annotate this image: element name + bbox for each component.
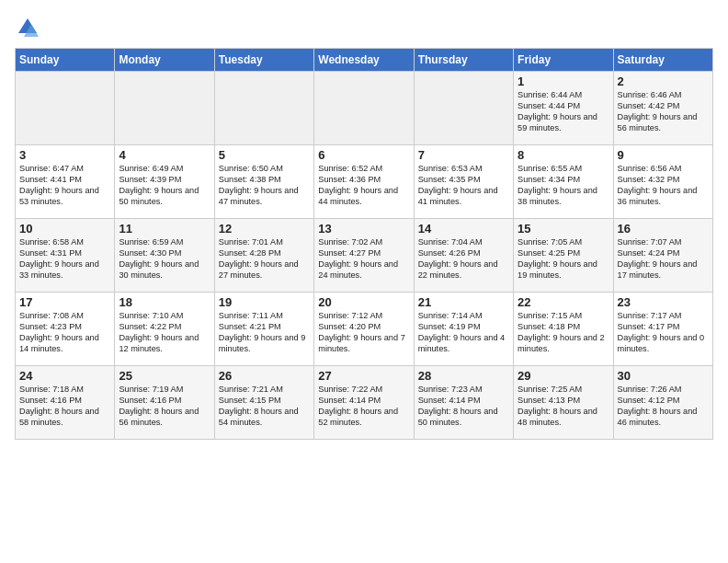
day-number: 25 [119, 369, 210, 383]
day-info: Sunset: 4:14 PM [318, 396, 409, 407]
calendar-cell: 23Sunrise: 7:17 AMSunset: 4:17 PMDayligh… [613, 293, 712, 366]
calendar-cell: 10Sunrise: 6:58 AMSunset: 4:31 PMDayligh… [16, 219, 115, 293]
day-info: Daylight: 9 hours and 44 minutes. [318, 186, 409, 208]
day-info: Daylight: 9 hours and 24 minutes. [318, 259, 409, 282]
day-number: 13 [318, 222, 409, 236]
day-info: Sunset: 4:16 PM [119, 396, 210, 407]
day-info: Daylight: 8 hours and 56 minutes. [119, 407, 210, 429]
calendar-table: SundayMondayTuesdayWednesdayThursdayFrid… [15, 48, 713, 440]
day-info: Sunrise: 7:04 AM [418, 237, 509, 248]
day-info: Sunrise: 6:50 AM [219, 164, 310, 175]
day-number: 22 [518, 295, 609, 309]
day-info: Daylight: 9 hours and 59 minutes. [518, 112, 609, 134]
calendar-week-row: 24Sunrise: 7:18 AMSunset: 4:16 PMDayligh… [16, 366, 713, 440]
calendar-cell: 18Sunrise: 7:10 AMSunset: 4:22 PMDayligh… [115, 293, 214, 366]
day-info: Daylight: 9 hours and 50 minutes. [119, 186, 210, 208]
day-number: 5 [219, 148, 310, 162]
day-info: Sunset: 4:28 PM [219, 248, 310, 259]
day-info: Sunset: 4:26 PM [418, 248, 509, 259]
weekday-header-row: SundayMondayTuesdayWednesdayThursdayFrid… [16, 49, 713, 72]
day-info: Sunrise: 6:58 AM [19, 237, 110, 248]
calendar-cell: 29Sunrise: 7:25 AMSunset: 4:13 PMDayligh… [514, 366, 613, 440]
day-info: Sunset: 4:13 PM [518, 396, 609, 407]
day-info: Sunrise: 7:22 AM [318, 385, 409, 396]
day-info: Daylight: 9 hours and 0 minutes. [618, 333, 709, 355]
weekday-header: Monday [115, 49, 214, 72]
day-info: Sunrise: 7:10 AM [119, 311, 210, 322]
calendar-cell: 7Sunrise: 6:53 AMSunset: 4:35 PMDaylight… [414, 145, 513, 219]
day-info: Sunset: 4:23 PM [19, 322, 110, 333]
day-info: Daylight: 9 hours and 56 minutes. [618, 112, 709, 134]
calendar-cell: 2Sunrise: 6:46 AMSunset: 4:42 PMDaylight… [613, 72, 712, 145]
day-info: Daylight: 9 hours and 30 minutes. [119, 259, 210, 282]
weekday-header: Tuesday [214, 49, 313, 72]
day-number: 24 [19, 369, 110, 383]
day-info: Sunrise: 6:59 AM [119, 237, 210, 248]
day-info: Daylight: 9 hours and 19 minutes. [518, 259, 609, 282]
day-info: Daylight: 9 hours and 38 minutes. [518, 186, 609, 208]
calendar-cell: 20Sunrise: 7:12 AMSunset: 4:20 PMDayligh… [314, 293, 414, 366]
day-info: Sunset: 4:25 PM [518, 248, 609, 259]
day-info: Daylight: 9 hours and 27 minutes. [219, 259, 310, 282]
day-info: Daylight: 9 hours and 22 minutes. [418, 259, 509, 282]
day-info: Sunset: 4:20 PM [318, 322, 409, 333]
day-info: Sunrise: 6:46 AM [618, 90, 709, 101]
day-number: 14 [418, 222, 509, 236]
calendar-cell: 19Sunrise: 7:11 AMSunset: 4:21 PMDayligh… [214, 293, 313, 366]
day-info: Sunset: 4:17 PM [618, 322, 709, 333]
calendar-cell [214, 72, 313, 145]
day-info: Sunrise: 7:05 AM [518, 237, 609, 248]
page-container: SundayMondayTuesdayWednesdayThursdayFrid… [0, 0, 728, 447]
calendar-cell: 1Sunrise: 6:44 AMSunset: 4:44 PMDaylight… [514, 72, 613, 145]
day-number: 2 [618, 75, 709, 88]
day-info: Sunset: 4:30 PM [119, 248, 210, 259]
calendar-week-row: 10Sunrise: 6:58 AMSunset: 4:31 PMDayligh… [16, 219, 713, 293]
day-number: 19 [219, 295, 310, 309]
calendar-cell: 21Sunrise: 7:14 AMSunset: 4:19 PMDayligh… [414, 293, 513, 366]
day-info: Daylight: 9 hours and 17 minutes. [618, 259, 709, 282]
day-number: 11 [119, 222, 210, 236]
day-number: 7 [418, 148, 509, 162]
calendar-cell: 12Sunrise: 7:01 AMSunset: 4:28 PMDayligh… [214, 219, 313, 293]
calendar-cell: 4Sunrise: 6:49 AMSunset: 4:39 PMDaylight… [115, 145, 214, 219]
logo-icon [15, 15, 40, 40]
day-info: Sunset: 4:24 PM [618, 248, 709, 259]
day-info: Sunset: 4:32 PM [618, 175, 709, 186]
calendar-cell [115, 72, 214, 145]
day-info: Sunset: 4:41 PM [19, 175, 110, 186]
day-number: 20 [318, 295, 409, 309]
day-info: Daylight: 9 hours and 47 minutes. [219, 186, 310, 208]
logo [15, 15, 44, 40]
calendar-cell: 14Sunrise: 7:04 AMSunset: 4:26 PMDayligh… [414, 219, 513, 293]
day-number: 26 [219, 369, 310, 383]
day-info: Daylight: 9 hours and 14 minutes. [19, 333, 110, 355]
day-info: Sunrise: 6:55 AM [518, 164, 609, 175]
weekday-header: Thursday [414, 49, 513, 72]
calendar-week-row: 17Sunrise: 7:08 AMSunset: 4:23 PMDayligh… [16, 293, 713, 366]
calendar-cell [314, 72, 414, 145]
day-info: Sunset: 4:38 PM [219, 175, 310, 186]
day-number: 29 [518, 369, 609, 383]
calendar-cell: 13Sunrise: 7:02 AMSunset: 4:27 PMDayligh… [314, 219, 414, 293]
calendar-cell [414, 72, 513, 145]
day-number: 10 [19, 222, 110, 236]
calendar-cell: 28Sunrise: 7:23 AMSunset: 4:14 PMDayligh… [414, 366, 513, 440]
calendar-cell [16, 72, 115, 145]
calendar-cell: 25Sunrise: 7:19 AMSunset: 4:16 PMDayligh… [115, 366, 214, 440]
calendar-cell: 22Sunrise: 7:15 AMSunset: 4:18 PMDayligh… [514, 293, 613, 366]
day-info: Sunset: 4:39 PM [119, 175, 210, 186]
day-info: Sunset: 4:18 PM [518, 322, 609, 333]
day-number: 21 [418, 295, 509, 309]
day-info: Sunrise: 6:47 AM [19, 164, 110, 175]
header [15, 15, 713, 40]
day-info: Sunrise: 7:19 AM [119, 385, 210, 396]
calendar-cell: 6Sunrise: 6:52 AMSunset: 4:36 PMDaylight… [314, 145, 414, 219]
day-number: 27 [318, 369, 409, 383]
weekday-header: Sunday [16, 49, 115, 72]
day-number: 30 [618, 369, 709, 383]
day-info: Daylight: 9 hours and 7 minutes. [318, 333, 409, 355]
day-info: Sunset: 4:27 PM [318, 248, 409, 259]
calendar-cell: 5Sunrise: 6:50 AMSunset: 4:38 PMDaylight… [214, 145, 313, 219]
day-info: Sunrise: 6:49 AM [119, 164, 210, 175]
day-number: 18 [119, 295, 210, 309]
